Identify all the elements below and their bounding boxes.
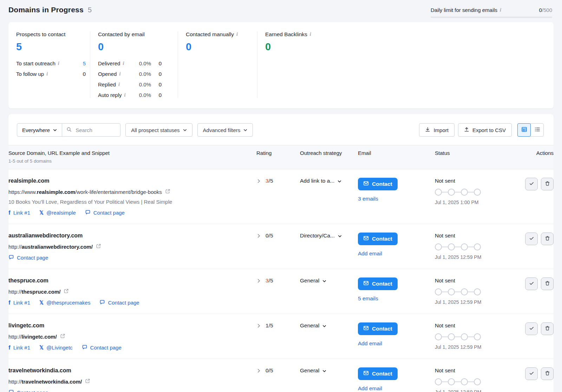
mark-done-button[interactable] bbox=[525, 277, 538, 290]
external-link-icon[interactable] bbox=[96, 243, 101, 250]
stat-prospects-to-contact: Prospects to contact 5 To start outreach… bbox=[8, 31, 90, 98]
step-circle bbox=[435, 378, 442, 385]
status-text: Not sent bbox=[435, 367, 492, 374]
facebook-link[interactable]: f Link #1 bbox=[8, 345, 30, 351]
search-scope-dropdown[interactable]: Everywhere bbox=[17, 124, 62, 136]
contact-page-link[interactable]: Contact page bbox=[8, 254, 48, 261]
advanced-filters-dropdown[interactable]: Advanced filters bbox=[197, 123, 253, 137]
mark-done-button[interactable] bbox=[525, 367, 538, 380]
info-icon[interactable]: i bbox=[500, 8, 501, 13]
email-link[interactable]: Add email bbox=[358, 385, 423, 392]
expand-row-chevron-icon[interactable] bbox=[256, 179, 261, 183]
email-link[interactable]: 5 emails bbox=[358, 295, 423, 302]
delete-button[interactable] bbox=[541, 367, 554, 380]
info-icon[interactable]: i bbox=[310, 32, 311, 37]
stat-subrow-delivered: Deliveredi 0.0% 0 bbox=[98, 60, 162, 66]
contact-button[interactable]: Contact bbox=[358, 367, 398, 380]
info-icon[interactable]: i bbox=[236, 32, 238, 37]
chevron-down-icon bbox=[183, 127, 187, 133]
mark-done-button[interactable] bbox=[525, 322, 538, 335]
search-input[interactable] bbox=[75, 127, 116, 133]
stat-subrow-to-start-outreach: To start outreachi 5 bbox=[16, 60, 86, 66]
mark-done-button[interactable] bbox=[525, 233, 538, 245]
stat-label: Contacted by email bbox=[98, 31, 145, 38]
facebook-link[interactable]: f Link #1 bbox=[8, 300, 30, 306]
facebook-link[interactable]: f Link #1 bbox=[8, 210, 30, 216]
search-box[interactable] bbox=[62, 124, 120, 136]
chat-bubble-icon bbox=[8, 389, 14, 392]
delete-button[interactable] bbox=[541, 322, 554, 335]
external-link-icon[interactable] bbox=[60, 333, 65, 340]
twitter-x-link[interactable]: 𝕏 @thesprucemakes bbox=[39, 300, 90, 306]
contact-page-link[interactable]: Contact page bbox=[82, 344, 122, 351]
expand-row-chevron-icon[interactable] bbox=[256, 279, 261, 283]
delete-button[interactable] bbox=[541, 233, 554, 245]
expand-row-chevron-icon[interactable] bbox=[256, 324, 261, 328]
daily-limit-widget: Daily limit for sending emails i 0/500 bbox=[431, 6, 552, 18]
url-text[interactable]: http://australianwebdirectory.com/ bbox=[8, 244, 93, 250]
chat-bubble-icon bbox=[85, 209, 91, 216]
chat-bubble-icon bbox=[99, 299, 105, 306]
prospect-statuses-filter[interactable]: All prospect statuses bbox=[125, 123, 192, 137]
step-circle bbox=[448, 333, 455, 340]
export-icon bbox=[464, 127, 469, 133]
delete-button[interactable] bbox=[541, 277, 554, 290]
step-circle bbox=[448, 378, 455, 385]
source-cell: livingetc.com http://livingetc.com/ f Li… bbox=[8, 322, 246, 351]
outreach-strategy-dropdown[interactable]: General bbox=[287, 367, 346, 392]
email-cell: Contact Add email bbox=[346, 322, 423, 351]
info-icon[interactable]: i bbox=[58, 61, 59, 66]
url-text[interactable]: https://www.realsimple.com/work-life/ent… bbox=[8, 189, 162, 195]
info-icon[interactable]: i bbox=[46, 72, 48, 77]
mark-done-button[interactable] bbox=[525, 178, 538, 190]
export-csv-button[interactable]: Export to CSV bbox=[458, 123, 512, 137]
stat-subrow-to-follow-up: To follow upi 0 bbox=[16, 71, 86, 77]
stat-subrow-auto-reply: Auto replyi 0.0% 0 bbox=[98, 92, 162, 98]
contact-button[interactable]: Contact bbox=[358, 233, 398, 245]
contact-button[interactable]: Contact bbox=[358, 277, 398, 290]
list-view-button[interactable] bbox=[530, 123, 544, 137]
rating-cell: 0/5 bbox=[246, 233, 287, 261]
table-view-button[interactable] bbox=[517, 123, 531, 137]
contact-button[interactable]: Contact bbox=[358, 178, 398, 190]
expand-row-chevron-icon[interactable] bbox=[256, 234, 261, 238]
contact-page-link[interactable]: Contact page bbox=[85, 209, 125, 216]
url-text[interactable]: http://travelnetworkindia.com/ bbox=[8, 379, 82, 385]
info-icon[interactable]: i bbox=[118, 82, 120, 87]
info-icon[interactable]: i bbox=[123, 61, 124, 66]
twitter-x-link[interactable]: 𝕏 @Livingetc bbox=[39, 345, 73, 351]
domain-name: livingetc.com bbox=[8, 322, 246, 329]
rating-value: 3/5 bbox=[266, 178, 273, 184]
url-text[interactable]: http://thespruce.com/ bbox=[8, 289, 60, 295]
email-link[interactable]: Add email bbox=[358, 250, 423, 257]
info-icon[interactable]: i bbox=[124, 93, 126, 98]
column-email: Email bbox=[346, 150, 423, 164]
external-link-icon[interactable] bbox=[64, 288, 69, 295]
email-cell: Contact 3 emails bbox=[346, 178, 423, 216]
status-cell: Not sent Jul 1, 2025 12:59 PM bbox=[423, 233, 492, 261]
outreach-strategy-dropdown[interactable]: Directory/Ca... bbox=[287, 233, 346, 261]
status-stepper bbox=[435, 378, 492, 385]
delete-button[interactable] bbox=[541, 178, 554, 190]
outreach-strategy-dropdown[interactable]: General bbox=[287, 322, 346, 351]
external-link-icon[interactable] bbox=[165, 189, 170, 195]
import-button[interactable]: Import bbox=[419, 123, 455, 137]
info-icon[interactable]: i bbox=[119, 72, 120, 77]
contact-button[interactable]: Contact bbox=[358, 322, 398, 335]
outreach-strategy-dropdown[interactable]: General bbox=[287, 277, 346, 306]
contact-page-link[interactable]: Contact page bbox=[8, 389, 48, 392]
twitter-x-link[interactable]: 𝕏 @realsimple bbox=[39, 210, 76, 216]
url-text[interactable]: http://livingetc.com/ bbox=[8, 334, 57, 340]
contact-page-link[interactable]: Contact page bbox=[99, 299, 139, 306]
stat-subrow-value[interactable]: 5 bbox=[83, 60, 86, 66]
view-toggle bbox=[517, 123, 544, 137]
external-link-icon[interactable] bbox=[85, 378, 90, 385]
expand-row-chevron-icon[interactable] bbox=[256, 368, 261, 373]
stats-panel: Prospects to contact 5 To start outreach… bbox=[8, 22, 554, 109]
email-link[interactable]: 3 emails bbox=[358, 196, 423, 202]
outreach-strategy-dropdown[interactable]: Add link to a... bbox=[287, 178, 346, 216]
trash-icon bbox=[545, 236, 550, 242]
email-link[interactable]: Add email bbox=[358, 340, 423, 347]
check-icon bbox=[529, 236, 534, 242]
source-cell: travelnetworkindia.com http://travelnetw… bbox=[8, 367, 246, 392]
